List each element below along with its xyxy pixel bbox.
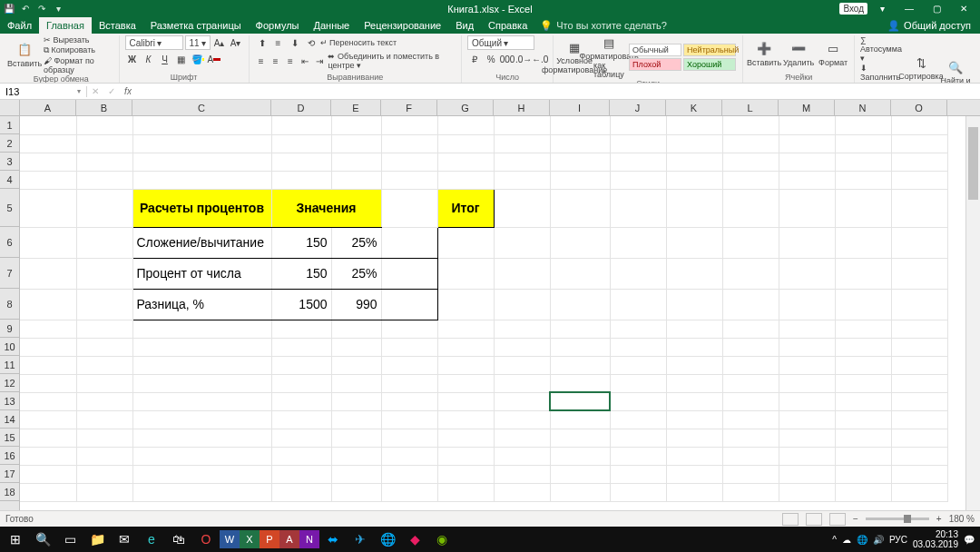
cell-E1[interactable] — [331, 116, 381, 134]
cell-F9[interactable] — [381, 320, 437, 338]
cell-C13[interactable] — [132, 392, 271, 410]
cell-F15[interactable] — [381, 429, 437, 447]
cell-I17[interactable] — [550, 465, 610, 483]
cell-J8[interactable] — [610, 289, 666, 320]
cell-B14[interactable] — [76, 410, 132, 429]
cell-E4[interactable] — [331, 171, 381, 189]
decrease-indent-icon[interactable]: ⇤ — [299, 54, 311, 68]
cell-D18[interactable] — [271, 483, 331, 501]
access-icon[interactable]: A — [279, 530, 299, 548]
close-button[interactable]: ✕ — [951, 0, 976, 17]
underline-button[interactable]: Ч — [158, 52, 172, 66]
cell-D10[interactable] — [271, 338, 331, 356]
cell-A7[interactable] — [20, 258, 76, 289]
format-painter-button[interactable]: 🖌 Формат по образцу — [44, 56, 113, 74]
cell-J7[interactable] — [610, 258, 666, 289]
cell-E6[interactable]: 25% — [331, 227, 381, 258]
cell-M11[interactable] — [779, 356, 835, 374]
cell-C12[interactable] — [132, 374, 271, 392]
cell-O6[interactable] — [891, 227, 947, 258]
cell-H8[interactable] — [494, 289, 550, 320]
cell-E14[interactable] — [331, 410, 381, 429]
tell-me[interactable]: 💡 Что вы хотите сделать? — [540, 17, 667, 34]
cell-O7[interactable] — [891, 258, 947, 289]
cell-I2[interactable] — [550, 134, 610, 153]
cell-C16[interactable] — [132, 447, 271, 465]
cell-A5[interactable] — [20, 189, 76, 227]
font-size-select[interactable]: 11▾ — [185, 35, 211, 50]
cell-M13[interactable] — [779, 392, 835, 410]
cell-L8[interactable] — [722, 289, 779, 320]
cell-N6[interactable] — [835, 227, 891, 258]
style-bad[interactable]: Плохой — [629, 58, 681, 71]
cell-C3[interactable] — [132, 153, 271, 171]
decrease-decimal-icon[interactable]: ←.0 — [533, 52, 547, 66]
cell-J6[interactable] — [610, 227, 666, 258]
save-icon[interactable]: 💾 — [4, 4, 15, 15]
cell-O15[interactable] — [891, 429, 947, 447]
cell-M12[interactable] — [779, 374, 835, 392]
cell-L6[interactable] — [722, 227, 779, 258]
cell-H11[interactable] — [494, 356, 550, 374]
cell-G3[interactable] — [437, 153, 494, 171]
cell-H6[interactable] — [494, 227, 550, 258]
maximize-button[interactable]: ▢ — [924, 0, 949, 17]
cell-F4[interactable] — [381, 171, 437, 189]
insert-cells-button[interactable]: ➕Вставить — [749, 42, 779, 67]
cell-K2[interactable] — [666, 134, 722, 153]
cell-O16[interactable] — [891, 447, 947, 465]
cell-N13[interactable] — [835, 392, 891, 410]
cell-I4[interactable] — [550, 171, 610, 189]
vertical-scrollbar[interactable] — [965, 116, 980, 510]
row-header-9[interactable]: 9 — [0, 320, 19, 338]
cell-L5[interactable] — [722, 189, 779, 227]
cell-K6[interactable] — [666, 227, 722, 258]
tab-layout[interactable]: Разметка страницы — [143, 17, 249, 34]
cell-D4[interactable] — [271, 171, 331, 189]
align-center-icon[interactable]: ≡ — [270, 54, 282, 68]
tray-lang[interactable]: РУС — [889, 535, 907, 545]
cell-F5[interactable] — [381, 189, 437, 227]
cell-H13[interactable] — [494, 392, 550, 410]
cell-I1[interactable] — [550, 116, 610, 134]
cell-A16[interactable] — [20, 447, 76, 465]
cell-K12[interactable] — [666, 374, 722, 392]
cell-B1[interactable] — [76, 116, 132, 134]
cell-J11[interactable] — [610, 356, 666, 374]
cell-H17[interactable] — [494, 465, 550, 483]
cell-F1[interactable] — [381, 116, 437, 134]
cell-N4[interactable] — [835, 171, 891, 189]
onenote-icon[interactable]: N — [299, 530, 319, 548]
cell-M4[interactable] — [779, 171, 835, 189]
cell-B12[interactable] — [76, 374, 132, 392]
row-header-8[interactable]: 8 — [0, 289, 19, 320]
cell-L18[interactable] — [722, 483, 779, 501]
orientation-icon[interactable]: ⟲ — [304, 35, 318, 50]
cancel-formula-icon[interactable]: ✕ — [87, 86, 103, 96]
row-header-13[interactable]: 13 — [0, 392, 19, 410]
cell-J14[interactable] — [610, 410, 666, 429]
cell-C1[interactable] — [132, 116, 271, 134]
cell-N3[interactable] — [835, 153, 891, 171]
cell-C2[interactable] — [132, 134, 271, 153]
cell-H18[interactable] — [494, 483, 550, 501]
cell-D17[interactable] — [271, 465, 331, 483]
cell-G7[interactable] — [437, 258, 494, 289]
telegram-icon[interactable]: ✈ — [347, 527, 374, 552]
cell-L1[interactable] — [722, 116, 779, 134]
cell-O4[interactable] — [891, 171, 947, 189]
cell-O17[interactable] — [891, 465, 947, 483]
cell-G18[interactable] — [437, 483, 494, 501]
cell-B5[interactable] — [76, 189, 132, 227]
find-select-button[interactable]: 🔍Найти ивыделить — [940, 60, 971, 84]
cell-E13[interactable] — [331, 392, 381, 410]
cell-M14[interactable] — [779, 410, 835, 429]
cell-N14[interactable] — [835, 410, 891, 429]
tray-onedrive-icon[interactable]: ☁ — [842, 535, 851, 545]
cell-A2[interactable] — [20, 134, 76, 153]
cell-A9[interactable] — [20, 320, 76, 338]
opera-icon[interactable]: O — [192, 527, 220, 552]
share-button[interactable]: 👤 Общий доступ — [878, 17, 980, 34]
cell-L10[interactable] — [722, 338, 779, 356]
cell-I10[interactable] — [550, 338, 610, 356]
